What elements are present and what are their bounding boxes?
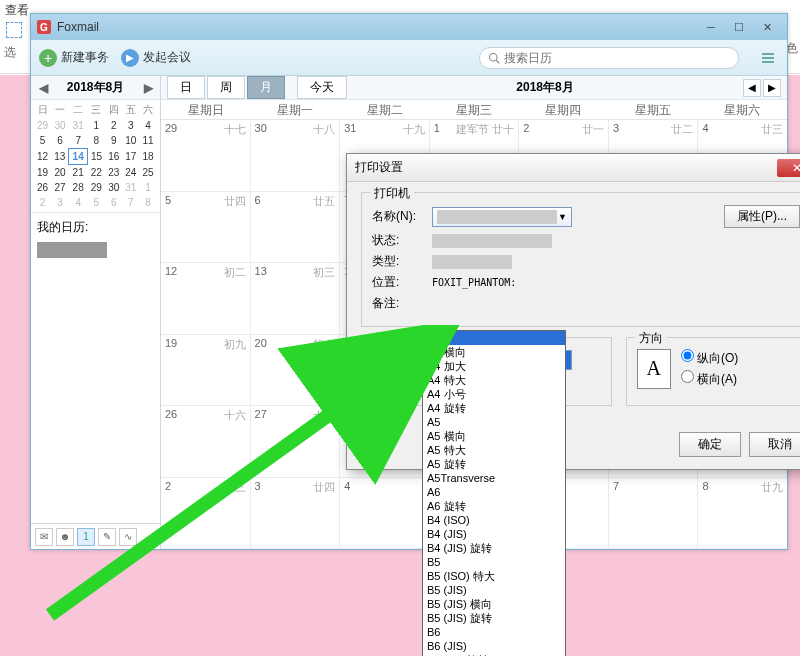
main-prev-button[interactable]: ◀ <box>743 79 761 97</box>
mini-day[interactable]: 7 <box>69 133 88 149</box>
mini-day[interactable]: 21 <box>69 165 88 181</box>
mini-day[interactable]: 29 <box>87 180 105 195</box>
search-input[interactable] <box>504 51 730 65</box>
day-cell[interactable]: 20初十 <box>251 335 341 406</box>
start-meeting-button[interactable]: ▶ 发起会议 <box>121 49 191 67</box>
contacts-tab-icon[interactable]: ☻ <box>56 528 74 546</box>
mini-day[interactable]: 6 <box>51 133 69 149</box>
mini-day[interactable]: 3 <box>122 118 139 133</box>
mini-day[interactable]: 25 <box>139 165 156 181</box>
mini-day[interactable]: 4 <box>69 195 88 210</box>
mini-day[interactable]: 5 <box>34 133 51 149</box>
mini-day[interactable]: 31 <box>69 118 88 133</box>
mini-day[interactable]: 29 <box>34 118 51 133</box>
dialog-titlebar[interactable]: 打印设置 ✕ <box>347 154 800 182</box>
mini-day[interactable]: 16 <box>105 149 122 165</box>
day-cell[interactable]: 12初二 <box>161 263 251 334</box>
main-next-button[interactable]: ▶ <box>763 79 781 97</box>
mini-day[interactable]: 14 <box>69 149 88 165</box>
size-option[interactable]: A4 小号 <box>423 387 565 401</box>
calendar-item[interactable] <box>37 242 107 258</box>
mini-day[interactable]: 3 <box>51 195 69 210</box>
size-option[interactable]: A4 横向 <box>423 345 565 359</box>
day-cell[interactable]: 2廿三 <box>161 478 251 549</box>
mini-day[interactable]: 31 <box>122 180 139 195</box>
size-option[interactable]: A5 旋转 <box>423 457 565 471</box>
new-task-button[interactable]: + 新建事务 <box>39 49 109 67</box>
day-cell[interactable]: 3廿四 <box>251 478 341 549</box>
paper-size-dropdown[interactable]: A4A4 横向A4 加大A4 特大A4 小号A4 旋转A5A5 横向A5 特大A… <box>422 330 566 656</box>
mini-day[interactable]: 17 <box>122 149 139 165</box>
mini-day[interactable]: 1 <box>87 118 105 133</box>
size-option[interactable]: B4 (ISO) <box>423 513 565 527</box>
ribbon-tab[interactable]: 查看 <box>5 2 29 19</box>
size-option[interactable]: A5 特大 <box>423 443 565 457</box>
size-option[interactable]: A6 <box>423 485 565 499</box>
size-option[interactable]: B5 <box>423 555 565 569</box>
day-cell[interactable]: 4 <box>340 478 430 549</box>
mini-day[interactable]: 9 <box>105 133 122 149</box>
mini-day[interactable]: 30 <box>51 118 69 133</box>
size-option[interactable]: A6 旋转 <box>423 499 565 513</box>
next-month-button[interactable]: ▶ <box>140 81 156 95</box>
size-option[interactable]: B5 (JIS) 旋转 <box>423 611 565 625</box>
mini-calendar[interactable]: 日一二三四五六293031123456789101112131415161718… <box>31 100 160 212</box>
size-option[interactable]: B6 <box>423 625 565 639</box>
landscape-radio[interactable]: 横向(A) <box>681 370 739 388</box>
mini-day[interactable]: 15 <box>87 149 105 165</box>
day-cell[interactable]: 19初九 <box>161 335 251 406</box>
rss-tab-icon[interactable]: ∿ <box>119 528 137 546</box>
view-week-button[interactable]: 周 <box>207 76 245 99</box>
day-cell[interactable]: 29十七 <box>161 120 251 191</box>
view-month-button[interactable]: 月 <box>247 76 285 99</box>
day-cell[interactable]: 26十六 <box>161 406 251 477</box>
mini-day[interactable]: 19 <box>34 165 51 181</box>
mini-day[interactable]: 24 <box>122 165 139 181</box>
mini-day[interactable]: 22 <box>87 165 105 181</box>
close-button[interactable]: ✕ <box>753 18 781 36</box>
mini-day[interactable]: 2 <box>34 195 51 210</box>
notes-tab-icon[interactable]: ✎ <box>98 528 116 546</box>
search-box[interactable] <box>479 47 739 69</box>
cancel-button[interactable]: 取消 <box>749 432 800 457</box>
size-option[interactable]: A4 加大 <box>423 359 565 373</box>
calendar-tab-icon[interactable]: 1 <box>77 528 95 546</box>
mini-day[interactable]: 20 <box>51 165 69 181</box>
size-option[interactable]: B5 (JIS) <box>423 583 565 597</box>
size-option[interactable]: A4 特大 <box>423 373 565 387</box>
size-option[interactable]: A5Transverse <box>423 471 565 485</box>
size-option[interactable]: A5 <box>423 415 565 429</box>
day-cell[interactable]: 8廿九 <box>698 478 787 549</box>
printer-properties-button[interactable]: 属性(P)... <box>724 205 800 228</box>
mini-day[interactable]: 18 <box>139 149 156 165</box>
size-option[interactable]: A5 横向 <box>423 429 565 443</box>
size-option[interactable]: B6 (JIS) <box>423 639 565 653</box>
ok-button[interactable]: 确定 <box>679 432 741 457</box>
menu-button[interactable] <box>757 47 779 69</box>
portrait-radio[interactable]: 纵向(O) <box>681 349 739 367</box>
mini-day[interactable]: 10 <box>122 133 139 149</box>
mini-day[interactable]: 8 <box>139 195 156 210</box>
mini-day[interactable]: 12 <box>34 149 51 165</box>
mini-day[interactable]: 4 <box>139 118 156 133</box>
maximize-button[interactable]: ☐ <box>725 18 753 36</box>
size-option[interactable]: A4 <box>423 331 565 345</box>
mail-tab-icon[interactable]: ✉ <box>35 528 53 546</box>
mini-day[interactable]: 13 <box>51 149 69 165</box>
day-cell[interactable]: 7 <box>609 478 699 549</box>
mini-day[interactable]: 28 <box>69 180 88 195</box>
size-option[interactable]: B4 (JIS) 旋转 <box>423 541 565 555</box>
printer-name-combo[interactable]: ▼ <box>432 207 572 227</box>
select-icon[interactable] <box>6 22 22 38</box>
day-cell[interactable]: 30十八 <box>251 120 341 191</box>
prev-month-button[interactable]: ◀ <box>35 81 51 95</box>
mini-day[interactable]: 23 <box>105 165 122 181</box>
size-option[interactable]: A4 旋转 <box>423 401 565 415</box>
mini-day[interactable]: 5 <box>87 195 105 210</box>
mini-day[interactable]: 30 <box>105 180 122 195</box>
day-cell[interactable]: 6廿五 <box>251 192 341 263</box>
mini-day[interactable]: 27 <box>51 180 69 195</box>
mini-day[interactable]: 11 <box>139 133 156 149</box>
mini-day[interactable]: 26 <box>34 180 51 195</box>
day-cell[interactable]: 13初三 <box>251 263 341 334</box>
